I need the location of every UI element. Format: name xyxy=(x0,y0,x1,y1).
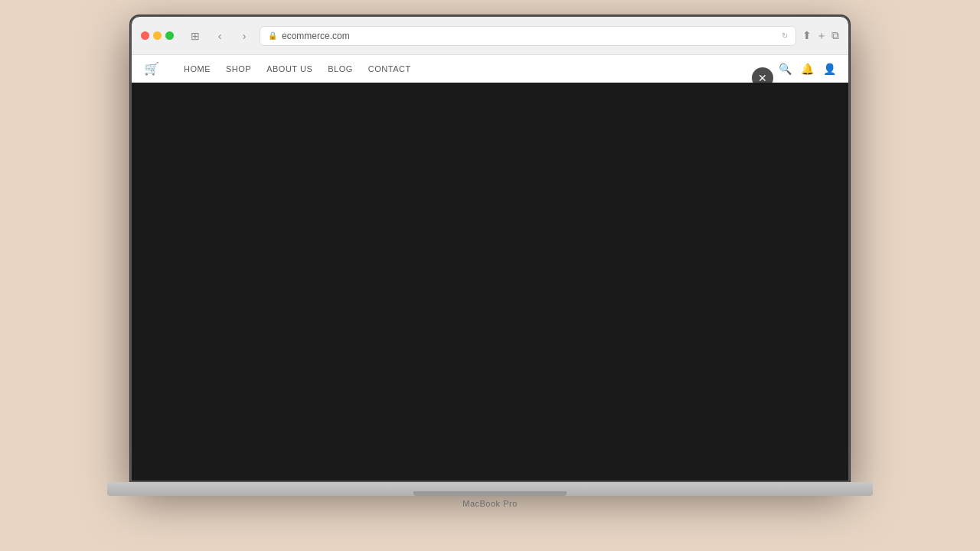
tab-grid-btn[interactable]: ⊞ xyxy=(186,27,204,45)
browser-actions: ⬆ ＋ ⧉ xyxy=(802,29,839,43)
forward-btn[interactable]: › xyxy=(235,27,253,45)
macbook-screen: ⊞ ‹ › 🔒 ecommerce.com ↻ ⬆ ＋ ⧉ 🛒 HOME SHO… xyxy=(130,15,850,482)
close-window-btn[interactable] xyxy=(141,31,149,40)
nav-contact[interactable]: CONTACT xyxy=(368,64,411,73)
bell-nav-icon[interactable]: 🔔 xyxy=(801,63,814,75)
url-text: ecommerce.com xyxy=(282,31,350,41)
back-btn[interactable]: ‹ xyxy=(211,27,229,45)
nav-about[interactable]: ABOUT US xyxy=(266,64,312,73)
sidebar-icon[interactable]: ⧉ xyxy=(831,29,839,43)
cart-nav-icon[interactable]: 🛒 xyxy=(144,61,159,77)
user-nav-icon[interactable]: 👤 xyxy=(823,63,836,75)
lock-icon: 🔒 xyxy=(268,31,277,40)
search-nav-icon[interactable]: 🔍 xyxy=(779,63,792,75)
macbook-base xyxy=(107,482,873,496)
nav-blog[interactable]: BLOG xyxy=(328,64,353,73)
maximize-window-btn[interactable] xyxy=(165,31,174,40)
nav-home[interactable]: HOME xyxy=(184,64,211,73)
browser-chrome: ⊞ ‹ › 🔒 ecommerce.com ↻ ⬆ ＋ ⧉ xyxy=(132,17,848,55)
macbook-label: MacBook Pro xyxy=(462,499,518,508)
traffic-lights xyxy=(141,31,174,40)
site-nav: 🛒 HOME SHOP ABOUT US BLOG CONTACT 🔍 🔔 👤 xyxy=(132,55,848,83)
new-tab-icon[interactable]: ＋ xyxy=(816,29,827,43)
minimize-window-btn[interactable] xyxy=(153,31,162,40)
address-bar[interactable]: 🔒 ecommerce.com ↻ xyxy=(260,26,796,46)
website: 🛒 HOME SHOP ABOUT US BLOG CONTACT 🔍 🔔 👤 … xyxy=(132,55,848,83)
macbook-frame: ⊞ ‹ › 🔒 ecommerce.com ↻ ⬆ ＋ ⧉ 🛒 HOME SHO… xyxy=(69,15,911,536)
reload-icon[interactable]: ↻ xyxy=(782,31,788,40)
nav-shop[interactable]: SHOP xyxy=(226,64,251,73)
close-modal-btn[interactable]: ✕ xyxy=(752,67,773,83)
share-icon[interactable]: ⬆ xyxy=(802,29,812,43)
nav-right-icons: 🔍 🔔 👤 xyxy=(779,63,836,75)
